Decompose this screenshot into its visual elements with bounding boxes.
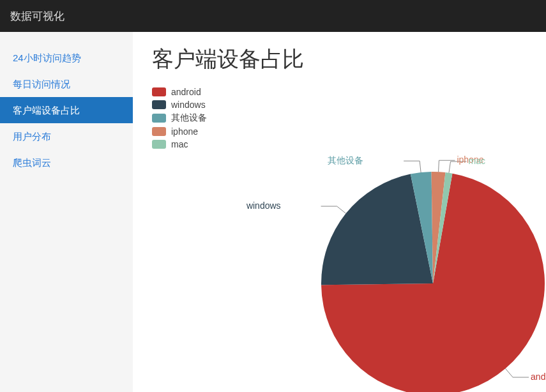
sidebar-item-2[interactable]: 客户端设备占比 xyxy=(0,97,133,123)
app-header: 数据可视化 xyxy=(0,0,546,32)
sidebar-item-3[interactable]: 用户分布 xyxy=(0,123,133,149)
chart-area: androidwindows其他设备iphonemac xyxy=(152,156,522,379)
legend-item-android[interactable]: android xyxy=(152,87,527,97)
legend-label: android xyxy=(171,87,201,97)
legend-item-iphone[interactable]: iphone xyxy=(152,126,527,137)
legend: androidwindows其他设备iphonemac xyxy=(152,87,527,149)
legend-label: iphone xyxy=(171,126,198,137)
legend-item-其他设备[interactable]: 其他设备 xyxy=(152,112,527,124)
pie-chart xyxy=(318,169,546,392)
sidebar-item-4[interactable]: 爬虫词云 xyxy=(0,149,133,176)
legend-swatch-icon xyxy=(152,114,166,123)
legend-item-mac[interactable]: mac xyxy=(152,139,527,149)
slice-label-mac: mac xyxy=(469,156,485,166)
legend-item-windows[interactable]: windows xyxy=(152,100,527,110)
app-title: 数据可视化 xyxy=(10,9,64,24)
legend-swatch-icon xyxy=(152,87,166,96)
legend-swatch-icon xyxy=(152,140,166,149)
legend-label: windows xyxy=(171,100,206,110)
main-content: 客户端设备占比 androidwindows其他设备iphonemac andr… xyxy=(133,32,546,392)
slice-label-windows: windows xyxy=(246,200,281,211)
sidebar: 24小时访问趋势每日访问情况客户端设备占比用户分布爬虫词云 xyxy=(0,32,133,392)
slice-label-android: android xyxy=(531,372,546,382)
legend-swatch-icon xyxy=(152,127,166,136)
sidebar-item-1[interactable]: 每日访问情况 xyxy=(0,71,133,97)
page-title: 客户端设备占比 xyxy=(152,45,527,74)
slice-label-其他设备: 其他设备 xyxy=(328,155,363,167)
legend-label: 其他设备 xyxy=(171,112,207,124)
legend-swatch-icon xyxy=(152,100,166,109)
legend-label: mac xyxy=(171,139,188,149)
sidebar-item-0[interactable]: 24小时访问趋势 xyxy=(0,45,133,71)
